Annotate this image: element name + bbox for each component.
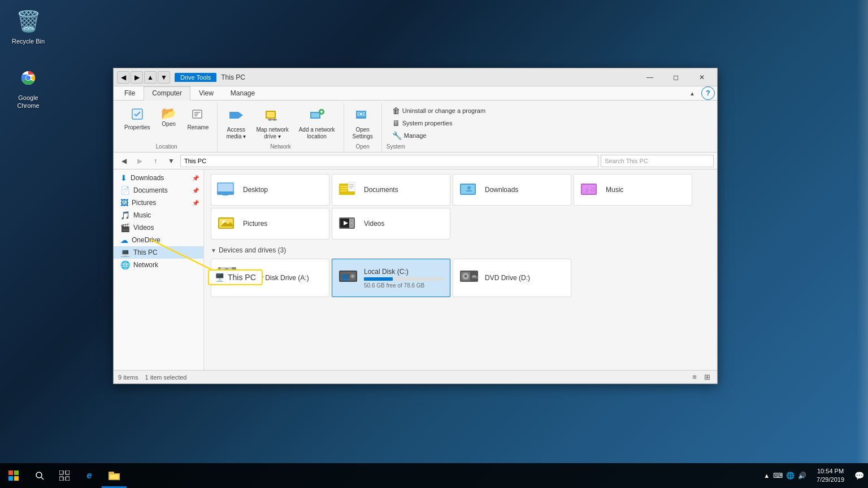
chrome-image xyxy=(15,64,42,91)
svg-rect-55 xyxy=(350,220,353,222)
sidebar-item-this-pc[interactable]: 💻 This PC xyxy=(114,246,203,259)
manage-button[interactable]: 🔧 Manage xyxy=(390,130,488,141)
sidebar-item-network[interactable]: 🌐 Network xyxy=(114,259,203,271)
ribbon-collapse-btn[interactable]: ▲ xyxy=(685,86,699,100)
start-button[interactable] xyxy=(0,463,27,488)
tab-file[interactable]: File xyxy=(116,86,144,101)
up-button[interactable]: ▲ xyxy=(144,71,157,84)
open-button[interactable]: 📂 Open xyxy=(157,105,181,130)
chrome-label: Google Chrome xyxy=(8,94,49,110)
taskview-btn[interactable] xyxy=(52,463,77,488)
recycle-bin-icon[interactable]: 🗑️ Recycle Bin xyxy=(6,6,51,47)
dvd-drive[interactable]: DVD DVD Drive (D:) xyxy=(453,259,571,297)
google-chrome-icon[interactable]: Google Chrome xyxy=(6,62,51,112)
sidebar-item-downloads[interactable]: ⬇ Downloads 📌 xyxy=(114,172,203,184)
pictures-folder-name: Pictures xyxy=(243,220,267,228)
title-bar-controls: ◀ ▶ ▲ ▼ xyxy=(117,71,170,84)
sidebar-item-videos[interactable]: 🎬 Videos xyxy=(114,221,203,234)
drive-tools-tab[interactable]: Drive Tools xyxy=(175,73,216,82)
file-explorer-btn[interactable] xyxy=(102,463,127,488)
manage-icon: 🔧 xyxy=(392,131,402,140)
address-field[interactable]: This PC xyxy=(180,155,598,167)
folders-grid: Desktop xyxy=(211,174,710,239)
nav-up-btn[interactable]: ↑ xyxy=(149,154,162,168)
folder-pictures[interactable]: Pictures xyxy=(211,208,329,239)
dvd-info: DVD Drive (D:) xyxy=(485,274,565,282)
tab-computer[interactable]: Computer xyxy=(144,86,190,101)
downloads-pin: 📌 xyxy=(192,175,199,181)
access-media-button[interactable]: Accessmedia ▾ xyxy=(222,105,250,142)
documents-folder-icon xyxy=(338,180,358,200)
disk-bar xyxy=(364,277,393,281)
search-field[interactable]: Search This PC xyxy=(601,155,714,167)
system-properties-button[interactable]: 🖥 System properties xyxy=(390,117,488,129)
svg-marker-9 xyxy=(238,112,243,119)
recent-button[interactable]: ▼ xyxy=(158,71,170,84)
svg-line-85 xyxy=(41,477,44,480)
pictures-folder-icon xyxy=(217,214,237,234)
folder-downloads[interactable]: Downloads xyxy=(453,174,571,206)
downloads-label: Downloads xyxy=(131,174,164,182)
svg-rect-80 xyxy=(8,470,13,475)
uninstall-button[interactable]: 🗑 Uninstall or change a program xyxy=(390,105,488,116)
map-network-drive-button[interactable]: Map networkdrive ▾ xyxy=(252,105,292,142)
svg-text:♪: ♪ xyxy=(585,185,589,194)
back-button[interactable]: ◀ xyxy=(117,71,129,84)
view-buttons: ≡ ⊞ xyxy=(689,372,713,383)
onedrive-label: OneDrive xyxy=(132,236,160,244)
devices-chevron[interactable]: ▼ xyxy=(211,247,216,254)
sidebar-item-music[interactable]: 🎵 Music xyxy=(114,209,203,221)
documents-label: Documents xyxy=(133,186,168,194)
items-selected: 1 item selected xyxy=(145,374,186,381)
rename-button[interactable]: Rename xyxy=(184,105,213,133)
folder-videos[interactable]: Videos xyxy=(332,208,450,239)
nav-recent-btn[interactable]: ▼ xyxy=(164,154,178,168)
taskbar-search-btn[interactable] xyxy=(27,463,52,488)
close-button[interactable]: ✕ xyxy=(689,68,715,86)
music-folder-icon: ♪ ♫ xyxy=(580,180,600,200)
large-icons-view-btn[interactable]: ⊞ xyxy=(701,372,713,383)
open-settings-button[interactable]: OpenSettings xyxy=(349,105,377,142)
folder-music[interactable]: ♪ ♫ Music xyxy=(574,174,692,206)
svg-rect-32 xyxy=(340,188,349,189)
forward-button[interactable]: ▶ xyxy=(131,71,143,84)
volume-icon: 🔊 xyxy=(798,472,806,480)
dvd-icon: DVD xyxy=(459,266,479,290)
tab-view[interactable]: View xyxy=(190,86,222,101)
music-icon: 🎵 xyxy=(120,211,130,220)
folder-desktop[interactable]: Desktop xyxy=(211,174,329,206)
properties-icon xyxy=(131,107,144,123)
nav-forward-btn[interactable]: ▶ xyxy=(133,154,146,168)
folder-documents[interactable]: Documents xyxy=(332,174,450,206)
properties-button[interactable]: Properties xyxy=(120,105,154,133)
svg-rect-83 xyxy=(14,476,19,481)
clock[interactable]: 10:54 PM 7/29/2019 xyxy=(811,463,850,488)
svg-point-13 xyxy=(269,119,271,121)
access-media-label: Accessmedia ▾ xyxy=(226,127,246,140)
videos-folder-name: Videos xyxy=(364,220,384,228)
maximize-button[interactable]: ◻ xyxy=(663,68,689,86)
ribbon-help-btn[interactable]: ? xyxy=(701,86,715,100)
floppy-icon xyxy=(217,266,237,290)
music-folder-name: Music xyxy=(606,186,623,194)
details-view-btn[interactable]: ≡ xyxy=(689,372,700,383)
expand-tray-btn[interactable]: ▲ xyxy=(763,472,770,479)
sidebar-item-pictures[interactable]: 🖼 Pictures 📌 xyxy=(114,197,203,209)
sidebar-item-onedrive[interactable]: ☁ OneDrive xyxy=(114,234,203,246)
floppy-name: Floppy Disk Drive (A:) xyxy=(243,274,323,282)
svg-rect-89 xyxy=(66,477,70,481)
edge-btn[interactable]: e xyxy=(77,463,102,488)
nav-back-btn[interactable]: ◀ xyxy=(117,154,131,168)
tab-manage[interactable]: Manage xyxy=(222,86,263,101)
notification-btn[interactable]: 💬 xyxy=(850,463,868,488)
floppy-drive[interactable]: Floppy Disk Drive (A:) xyxy=(211,259,329,297)
add-network-location-button[interactable]: Add a networklocation xyxy=(295,105,339,142)
music-label: Music xyxy=(133,211,151,219)
address-bar: ◀ ▶ ↑ ▼ This PC Search This PC xyxy=(114,152,717,169)
minimize-button[interactable]: ― xyxy=(637,68,663,86)
svg-text:DVD: DVD xyxy=(472,276,479,279)
svg-rect-59 xyxy=(225,268,228,273)
disk-space: 50.6 GB free of 78.6 GB xyxy=(364,282,444,289)
local-disk-c[interactable]: Local Disk (C:) 50.6 GB free of 78.6 GB xyxy=(332,259,450,297)
sidebar-item-documents[interactable]: 📄 Documents 📌 xyxy=(114,184,203,197)
